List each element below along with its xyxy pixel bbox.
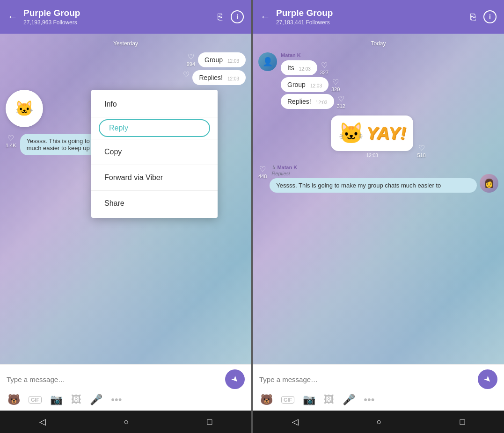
right-more-icon[interactable]: ••• [364,394,374,406]
left-message-input[interactable] [7,375,220,383]
context-menu-divider-2 [91,139,218,139]
like-icon-1[interactable]: ♡ [188,52,194,61]
right-outgoing-like-icon[interactable]: ♡ [259,165,266,173]
right-toolbar: 🐻 GIF 📷 🖼 🎤 ••• [259,394,497,406]
right-chat-body: Today 👤 Matan K Its 12:03 [253,34,504,364]
right-sticker-block: 🐱 YAY! 12:03 [331,115,413,158]
context-menu-reply[interactable]: Reply [99,119,210,137]
right-like-count-3: 312 [337,103,345,109]
right-reply-preview: ↳ Matan K Replies! [270,165,477,176]
right-sticker-char: 🐱 [338,121,364,145]
right-yay-text: YAY! [366,123,406,144]
right-msg-its-row: Its 12:03 ♡ 327 [281,60,498,75]
right-matan-row: 👤 Matan K Its 12:03 ♡ 327 [258,52,498,109]
right-sender-name: Matan K [281,52,498,58]
context-menu-divider-3 [91,165,218,165]
context-menu-info[interactable]: Info [91,94,218,115]
left-input-row: ➤ [7,369,245,389]
right-matan-avatar: 👤 [258,52,277,71]
left-gallery-icon[interactable]: 🖼 [71,394,81,406]
left-nav-back[interactable]: ◁ [36,413,50,431]
left-back-button[interactable]: ← [7,11,18,23]
right-gallery-icon[interactable]: 🖼 [324,394,334,406]
left-info-button[interactable]: i [231,10,244,23]
left-sticker-emoji: 🐱 [15,100,34,117]
left-chat-body: Yesterday ♡ 994 Group 12:03 ♡ Replies! [0,34,251,364]
right-like-icon-2[interactable]: ♡ [332,78,339,87]
left-share-icon[interactable]: ⎘ [218,12,223,22]
right-nav-back[interactable]: ◁ [288,413,302,431]
left-msg2-like: ♡ [183,70,190,79]
left-nav-recent[interactable]: □ [204,413,216,431]
right-share-icon[interactable]: ⎘ [470,12,476,22]
left-outgoing-like: ♡ 1.4K [6,134,16,148]
right-bubble-replies-time: 12:03 [316,100,328,105]
right-emoji-icon[interactable]: 🐻 [260,394,273,406]
left-send-icon: ➤ [229,373,241,385]
right-nav-bar: ◁ ○ □ [253,411,504,433]
right-sticker-like: ♡ 518 [417,144,425,158]
right-reply-text: Replies! [271,171,290,176]
like-icon-2[interactable]: ♡ [183,70,190,79]
right-bubble-group-time: 12:03 [310,83,322,88]
context-menu-forward[interactable]: Forward via Viber [91,167,218,188]
right-outgoing-text: Yessss. This is going to make my group c… [276,182,470,189]
right-phone-panel: ← Purple Group 27,183,441 Followers ⎘ i … [253,0,504,433]
left-input-area: ➤ 🐻 GIF 📷 🖼 🎤 ••• [0,364,251,411]
left-toolbar: 🐻 GIF 📷 🖼 🎤 ••• [7,394,245,406]
right-header-icons: ⎘ i [470,10,497,23]
left-msg-replies-row: ♡ Replies! 12:03 [6,70,246,85]
right-microphone-icon[interactable]: 🎤 [343,394,355,406]
context-menu: Info Reply Copy Forward via Viber Share [91,90,218,218]
right-like-icon-1[interactable]: ♡ [321,61,328,70]
right-chat-scroll: Today 👤 Matan K Its 12:03 [253,34,504,364]
right-camera-icon[interactable]: 📷 [303,394,315,406]
right-bubble-its: Its 12:03 [281,60,317,75]
context-menu-divider-4 [91,190,218,191]
right-nav-home[interactable]: ○ [373,413,386,431]
left-msg1-like: ♡ 994 [187,52,195,67]
right-like-icon-3[interactable]: ♡ [338,94,344,103]
right-gif-button[interactable]: GIF [281,396,294,404]
left-bubble-replies-text: Replies! [199,74,223,81]
right-outgoing-bubble: Yessss. This is going to make my group c… [270,178,477,193]
right-info-button[interactable]: i [483,10,497,23]
context-menu-divider-1 [91,117,218,117]
right-matan-messages: Matan K Its 12:03 ♡ 327 [281,52,498,109]
right-bubble-group: Group 12:03 [281,77,329,92]
right-send-button[interactable]: ➤ [478,369,497,389]
context-menu-share[interactable]: Share [91,193,218,214]
left-date-separator: Yesterday [6,40,246,47]
left-bubble-replies-time: 12:03 [227,76,239,81]
right-sticker-like-icon[interactable]: ♡ [418,144,425,152]
left-sticker: 🐱 [6,90,43,127]
left-camera-icon[interactable]: 📷 [50,394,63,406]
left-nav-home[interactable]: ○ [120,413,133,431]
right-input-row: ➤ [259,369,497,389]
left-microphone-icon[interactable]: 🎤 [90,394,102,406]
right-header: ← Purple Group 27,183,441 Followers ⎘ i [253,0,504,34]
left-gif-button[interactable]: GIF [29,396,42,404]
right-nav-recent[interactable]: □ [456,413,469,431]
right-reply-sender: Matan K [277,165,297,170]
left-header-icons: ⎘ i [218,10,244,23]
left-msg-group-row: ♡ 994 Group 12:03 [6,52,246,67]
right-bubble-its-text: Its [287,64,294,72]
right-outgoing-like: ♡ 448 [258,165,267,179]
left-group-name: Purple Group [23,8,212,18]
right-message-input[interactable] [259,375,473,383]
right-outgoing-like-count: 448 [258,173,267,179]
like-icon-outgoing[interactable]: ♡ [7,134,14,143]
right-outgoing-bubble-wrap: ↳ Matan K Replies! Yessss. This is going… [270,165,477,193]
context-menu-copy[interactable]: Copy [91,141,218,163]
right-date-separator: Today [258,40,498,47]
right-msg-group-row: Group 12:03 ♡ 320 [281,77,498,92]
left-emoji-icon[interactable]: 🐻 [7,394,20,406]
right-like-count-2: 320 [331,87,340,92]
left-header: ← Purple Group 27,193,963 Followers ⎘ i [0,0,251,34]
right-msg1-like: ♡ 327 [320,61,329,75]
left-header-title-block: Purple Group 27,193,963 Followers [23,8,212,26]
left-more-icon[interactable]: ••• [111,394,122,406]
left-send-button[interactable]: ➤ [225,369,245,389]
right-back-button[interactable]: ← [260,11,270,23]
